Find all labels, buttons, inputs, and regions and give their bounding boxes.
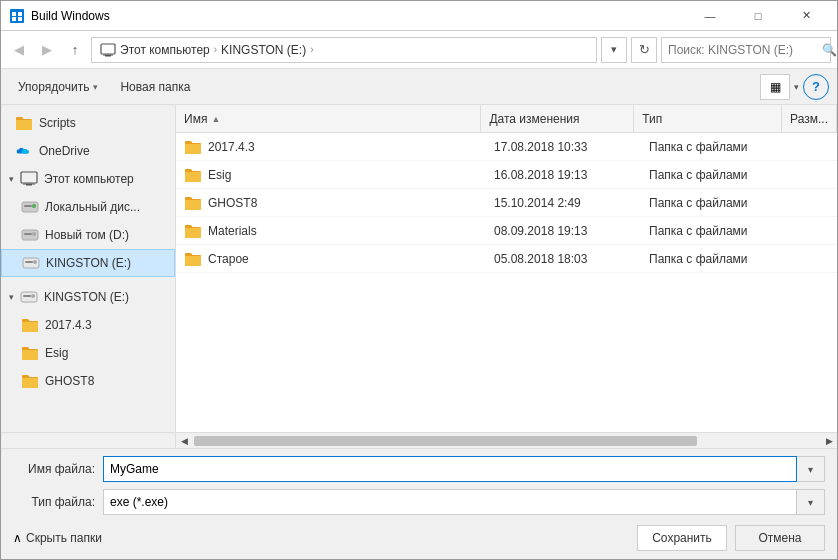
sidebar-item-localdisk-label: Локальный дис... [45,200,140,214]
sidebar-item-localdisk[interactable]: Локальный дис... [1,193,175,221]
sidebar-item-onedrive[interactable]: OneDrive [1,137,175,165]
hscroll-thumb [194,436,697,446]
hide-folders-label[interactable]: Скрыть папки [26,531,102,545]
horizontal-scrollbar: ◀ ▶ [1,432,837,448]
col-size-header[interactable]: Разм... [782,105,837,132]
svg-rect-2 [18,12,22,16]
file-type-2: Папка с файлами [641,189,791,216]
drive-icon [21,200,39,214]
table-row[interactable]: 2017.4.3 17.08.2018 10:33 Папка с файлам… [176,133,837,161]
drive-icon-d [21,228,39,242]
hscroll-track[interactable] [192,433,821,448]
filetype-dropdown-icon: ▾ [808,497,813,508]
sidebar-item-scripts[interactable]: Scripts [1,109,175,137]
view-icon: ▦ [770,80,781,94]
new-folder-button[interactable]: Новая папка [111,74,199,100]
col-name-label: Имя [184,112,207,126]
file-name-3: Materials [208,224,257,238]
svg-rect-5 [101,44,115,54]
breadcrumb-dropdown[interactable]: ▾ [601,37,627,63]
title-bar-buttons: — □ ✕ [687,1,829,31]
breadcrumb-sep2: › [310,44,313,55]
table-row[interactable]: Старое 05.08.2018 18:03 Папка с файлами [176,245,837,273]
search-bar[interactable]: 🔍 [661,37,831,63]
file-name-cell: Materials [176,217,486,244]
save-button[interactable]: Сохранить [637,525,727,551]
sidebar-item-onedrive-label: OneDrive [39,144,90,158]
col-date-header[interactable]: Дата изменения [481,105,634,132]
file-date-2: 15.10.2014 2:49 [486,189,641,216]
file-size-0 [791,133,837,160]
maximize-button[interactable]: □ [735,1,781,31]
svg-rect-21 [23,295,31,297]
file-size-3 [791,217,837,244]
hscroll-right-button[interactable]: ▶ [821,433,837,449]
view-button[interactable]: ▦ [760,74,790,100]
view-dropdown-icon[interactable]: ▾ [794,82,799,92]
sidebar-item-esig[interactable]: Esig [1,339,175,367]
forward-icon: ▶ [42,42,52,57]
help-button[interactable]: ? [803,74,829,100]
back-icon: ◀ [14,42,24,57]
file-date-1: 16.08.2018 19:13 [486,161,641,188]
folder-icon-esig [21,345,39,361]
file-name-cell: Esig [176,161,486,188]
filetype-input-wrap: exe (*.exe) ▾ [103,489,825,515]
back-button[interactable]: ◀ [7,38,31,62]
search-input[interactable] [668,43,818,57]
file-name-cell: Старое [176,245,486,272]
sort-arrow-icon: ▲ [211,114,220,124]
table-row[interactable]: Esig 16.08.2018 19:13 Папка с файлами [176,161,837,189]
onedrive-icon [15,144,33,158]
file-size-2 [791,189,837,216]
file-size-1 [791,161,837,188]
close-button[interactable]: ✕ [783,1,829,31]
organize-label: Упорядочить [18,80,89,94]
filename-dropdown[interactable]: ▾ [797,456,825,482]
sidebar-item-kingston-label: KINGSTON (E:) [46,256,131,270]
up-icon: ↑ [72,42,79,57]
breadcrumb[interactable]: Этот компьютер › KINGSTON (E:) › [91,37,597,63]
file-type-1: Папка с файлами [641,161,791,188]
refresh-button[interactable]: ↻ [631,37,657,63]
sidebar-item-thispc[interactable]: ▾ Этот компьютер [1,165,175,193]
sidebar-item-ghost8[interactable]: GHOST8 [1,367,175,395]
drive-icon-e2 [20,290,38,304]
svg-rect-3 [12,17,16,21]
filetype-dropdown[interactable]: ▾ [797,489,825,515]
col-name-header[interactable]: Имя ▲ [176,105,481,132]
sidebar-item-2017[interactable]: 2017.4.3 [1,311,175,339]
file-list-area: Имя ▲ Дата изменения Тип Разм... [176,105,837,432]
filetype-row: Тип файла: exe (*.exe) ▾ [13,488,825,516]
filetype-select[interactable]: exe (*.exe) [103,489,797,515]
file-size-4 [791,245,837,272]
svg-point-13 [32,204,36,208]
forward-button[interactable]: ▶ [35,38,59,62]
file-date-0: 17.08.2018 10:33 [486,133,641,160]
table-row[interactable]: GHOST8 15.10.2014 2:49 Папка с файлами [176,189,837,217]
sidebar-item-newvol[interactable]: Новый том (D:) [1,221,175,249]
sidebar-item-kingston[interactable]: KINGSTON (E:) [1,249,175,277]
file-list-header: Имя ▲ Дата изменения Тип Разм... [176,105,837,133]
hscroll-left-button[interactable]: ◀ [176,433,192,449]
folder-icon [15,115,33,131]
title-bar: Build Windows — □ ✕ [1,1,837,31]
table-row[interactable]: Materials 08.09.2018 19:13 Папка с файла… [176,217,837,245]
sidebar-item-kingston-root-label: KINGSTON (E:) [44,290,129,304]
hscroll-spacer [1,433,176,448]
minimize-button[interactable]: — [687,1,733,31]
file-name-2: GHOST8 [208,196,257,210]
sidebar-item-kingston-root[interactable]: ▾ KINGSTON (E:) [1,283,175,311]
folder-icon-2017 [21,317,39,333]
file-list: 2017.4.3 17.08.2018 10:33 Папка с файлам… [176,133,837,432]
cancel-button[interactable]: Отмена [735,525,825,551]
organize-button[interactable]: Упорядочить ▾ [9,74,107,100]
folder-icon-row0 [184,139,202,155]
svg-point-22 [31,294,35,298]
svg-rect-12 [24,205,32,207]
file-type-0: Папка с файлами [641,133,791,160]
filename-input[interactable] [103,456,797,482]
file-date-3: 08.09.2018 19:13 [486,217,641,244]
up-button[interactable]: ↑ [63,38,87,62]
col-type-header[interactable]: Тип [634,105,782,132]
